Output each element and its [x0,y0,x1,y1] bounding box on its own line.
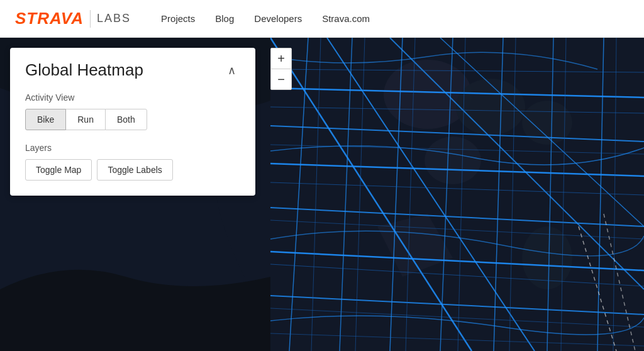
logo-divider [90,10,91,28]
panel-title: Global Heatmap [25,60,143,80]
activity-view-section: Activity View Bike Run Both [25,92,240,130]
main-nav: Projects Blog Developers Strava.com [161,13,370,24]
strava-logo[interactable]: STRAVA [15,9,84,28]
layers-section: Layers Toggle Map Toggle Labels [25,143,240,181]
nav-strava-com[interactable]: Strava.com [322,13,370,24]
panel-header: Global Heatmap ∧ [25,60,240,80]
activity-both-button[interactable]: Both [105,109,147,130]
nav-blog[interactable]: Blog [215,13,234,24]
panel-collapse-button[interactable]: ∧ [223,62,240,79]
layers-button-group: Toggle Map Toggle Labels [25,159,240,181]
activity-view-label: Activity View [25,92,240,103]
toggle-labels-button[interactable]: Toggle Labels [97,159,172,181]
layers-label: Layers [25,143,240,153]
logo-area: STRAVA LABS [15,9,131,28]
nav-developers[interactable]: Developers [254,13,302,24]
activity-button-group: Bike Run Both [25,109,240,130]
nav-projects[interactable]: Projects [161,13,195,24]
activity-run-button[interactable]: Run [65,109,106,130]
activity-bike-button[interactable]: Bike [25,109,66,130]
toggle-map-button[interactable]: Toggle Map [25,159,92,181]
heatmap-panel: Global Heatmap ∧ Activity View Bike Run … [10,48,255,196]
svg-point-3 [425,136,481,184]
zoom-out-button[interactable]: − [271,69,291,89]
svg-point-6 [522,226,572,289]
map-area: + − Global Heatmap ∧ Activity View Bike … [0,38,644,351]
zoom-in-button[interactable]: + [271,48,291,69]
labs-text: LABS [97,12,131,25]
zoom-controls: + − [270,48,292,90]
header: STRAVA LABS Projects Blog Developers Str… [0,0,644,38]
